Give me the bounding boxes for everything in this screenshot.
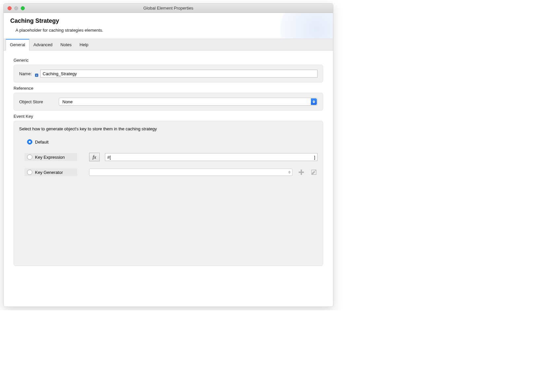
close-icon[interactable] — [8, 6, 12, 10]
tab-content: Generic Name: i Reference Object Store N… — [4, 50, 333, 307]
dialog-window: Global Element Properties Caching Strate… — [3, 3, 333, 307]
object-store-value: None — [62, 99, 73, 104]
window-controls — [4, 6, 25, 10]
reference-group: Reference Object Store None — [14, 84, 323, 111]
radio-key-expression[interactable] — [27, 154, 32, 160]
tab-help[interactable]: Help — [76, 39, 92, 50]
header-panel: Caching Strategy A placeholder for cachi… — [4, 13, 333, 39]
event-key-hint: Select how to generate object's key to s… — [19, 126, 317, 131]
radio-option-default[interactable]: Default — [24, 138, 77, 146]
event-key-group: Event Key Select how to generate object'… — [14, 113, 323, 266]
name-input[interactable] — [40, 70, 317, 78]
event-key-legend: Event Key — [14, 113, 323, 120]
minimize-icon[interactable] — [14, 6, 18, 10]
object-store-select[interactable]: None — [59, 98, 317, 106]
page-title: Caching Strategy — [10, 17, 326, 24]
name-label: Name: — [19, 71, 32, 76]
chevron-updown-icon — [311, 98, 317, 105]
window-title: Global Element Properties — [4, 6, 333, 11]
edit-icon — [311, 170, 317, 175]
key-expression-input[interactable]: #[ ] — [105, 153, 317, 161]
object-store-label: Object Store — [19, 99, 55, 104]
generic-group: Generic Name: i — [14, 56, 323, 82]
radio-option-key-generator[interactable]: Key Generator — [24, 168, 77, 176]
reference-legend: Reference — [14, 84, 323, 92]
tab-general[interactable]: General — [6, 39, 29, 50]
tabs-bar: General Advanced Notes Help — [4, 39, 333, 50]
plus-icon — [299, 170, 304, 175]
radio-default[interactable] — [27, 139, 32, 145]
maximize-icon[interactable] — [21, 6, 25, 10]
info-icon: i — [35, 74, 38, 77]
titlebar: Global Element Properties — [4, 4, 333, 13]
key-generator-select[interactable] — [89, 169, 292, 176]
generic-legend: Generic — [14, 56, 323, 64]
edit-button[interactable] — [310, 169, 317, 176]
page-description: A placeholder for caching strategies ele… — [10, 28, 326, 33]
fx-button[interactable]: fx — [89, 153, 100, 161]
chevron-updown-icon — [288, 171, 291, 174]
fx-icon: fx — [93, 154, 96, 160]
add-button[interactable] — [298, 169, 305, 176]
expression-prefix: #[ — [107, 155, 111, 160]
radio-key-generator-label: Key Generator — [35, 170, 63, 175]
radio-default-label: Default — [35, 140, 49, 145]
radio-key-expression-label: Key Expression — [35, 155, 65, 160]
expression-suffix: ] — [314, 155, 315, 160]
radio-option-key-expression[interactable]: Key Expression — [24, 153, 77, 161]
radio-key-generator[interactable] — [27, 170, 32, 175]
tab-notes[interactable]: Notes — [56, 39, 76, 50]
tab-advanced[interactable]: Advanced — [29, 39, 56, 50]
